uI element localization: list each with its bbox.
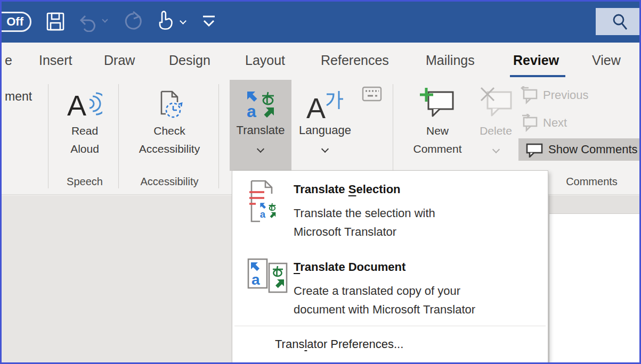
- next-comment-button[interactable]: Next: [520, 114, 567, 132]
- tab-mailings[interactable]: Mailings: [426, 53, 475, 68]
- new-comment-button[interactable]: New Comment: [404, 80, 470, 171]
- read-aloud-button[interactable]: A Read Aloud: [59, 80, 110, 171]
- tab-layout[interactable]: Layout: [245, 53, 285, 68]
- chevron-down-icon: [180, 18, 186, 24]
- read-aloud-label-line1: Read: [71, 122, 98, 140]
- new-comment-label-line2: Comment: [413, 140, 461, 158]
- keyboard-icon: [362, 86, 382, 102]
- group-label-accessibility: Accessibility: [128, 176, 211, 188]
- customize-qat-icon: [201, 14, 217, 29]
- new-comment-icon: [420, 87, 455, 122]
- chevron-down-icon: [492, 146, 499, 153]
- translate-button[interactable]: a Translate: [230, 80, 291, 171]
- word-window: Off: [0, 0, 641, 364]
- delete-label: Delete: [480, 122, 512, 140]
- search-box[interactable]: [596, 8, 641, 35]
- title-text: ator Preferences...: [307, 337, 403, 351]
- keyboard-ime-button[interactable]: [362, 86, 382, 104]
- menu-item-title: Translate Document: [294, 260, 405, 274]
- menu-item-description: Translate the selection with Microsoft T…: [294, 204, 483, 241]
- next-label: Next: [543, 116, 567, 130]
- title-text: election: [356, 183, 400, 196]
- right-pane: [549, 213, 639, 362]
- undo-button[interactable]: [76, 12, 98, 32]
- language-icon: A: [306, 89, 344, 121]
- check-accessibility-button[interactable]: Check Accessibility: [128, 80, 211, 171]
- menu-item-translate-document[interactable]: a Translate Document Create a translated…: [232, 249, 548, 323]
- delete-comment-icon: [479, 87, 513, 122]
- tab-draw[interactable]: Draw: [104, 53, 135, 68]
- language-button[interactable]: A Language: [293, 80, 357, 171]
- check-accessibility-icon: [154, 89, 185, 122]
- svg-text:a: a: [260, 209, 266, 220]
- show-comments-icon: [525, 142, 544, 158]
- group-divider: [48, 84, 48, 188]
- previous-label: Previous: [543, 88, 589, 102]
- svg-text:a: a: [247, 102, 256, 121]
- tab-review[interactable]: Review: [513, 53, 559, 68]
- redo-icon: [121, 11, 142, 32]
- undo-dropdown-button[interactable]: [103, 18, 107, 22]
- menu-item-translator-preferences[interactable]: Translator Preferences...: [275, 337, 403, 351]
- check-accessibility-label-line1: Check: [153, 122, 185, 140]
- read-aloud-icon: A: [67, 89, 102, 122]
- translate-label: Translate: [237, 121, 285, 139]
- redo-button[interactable]: [121, 11, 142, 32]
- accelerator-key: S: [348, 183, 356, 196]
- touch-mode-icon: [154, 9, 176, 34]
- show-comments-label: Show Comments: [548, 143, 638, 156]
- title-text: ranslate Document: [300, 260, 405, 274]
- group-label-speech: Speech: [59, 176, 110, 188]
- touch-mouse-mode-button[interactable]: [154, 9, 176, 34]
- touch-mode-dropdown-button[interactable]: [181, 19, 185, 23]
- save-icon: [44, 11, 67, 33]
- customize-quick-access-toolbar-button[interactable]: [201, 14, 217, 29]
- undo-icon: [76, 12, 98, 32]
- title-text: Trans: [275, 337, 304, 351]
- translate-dropdown-menu: a Translate Selection Translate the sele…: [232, 170, 548, 364]
- chevron-down-icon: [102, 16, 108, 22]
- tab-view[interactable]: View: [592, 53, 621, 68]
- menu-item-title: Translate Selection: [294, 183, 401, 196]
- previous-comment-icon: [520, 86, 539, 104]
- show-comments-button[interactable]: Show Comments: [518, 138, 641, 161]
- title-bar: Off: [2, 2, 639, 43]
- title-text: Translate: [294, 183, 348, 196]
- svg-text:A: A: [306, 92, 326, 121]
- check-accessibility-label-line2: Accessibility: [139, 140, 200, 158]
- translate-icon: a: [245, 89, 276, 121]
- translate-selection-icon: a: [245, 178, 287, 227]
- read-aloud-label-line2: Aloud: [70, 140, 99, 158]
- tab-design[interactable]: Design: [169, 53, 210, 68]
- chevron-down-icon: [321, 145, 329, 153]
- menu-item-description: Create a translated copy of your documen…: [294, 282, 507, 319]
- chevron-down-icon: [257, 145, 264, 153]
- menu-separator: [234, 326, 546, 326]
- group-divider: [393, 84, 393, 175]
- active-tab-underline: [510, 75, 565, 77]
- group-label-comments: Comments: [556, 176, 628, 188]
- right-pane-header: [549, 195, 639, 213]
- clipped-button-label: ment: [5, 89, 32, 104]
- search-icon: [611, 13, 628, 31]
- next-comment-icon: [520, 114, 539, 132]
- group-divider: [218, 84, 219, 188]
- svg-text:A: A: [67, 89, 86, 121]
- menu-item-translate-selection[interactable]: a Translate Selection Translate the sele…: [232, 171, 548, 245]
- ribbon-tab-row: e Insert Draw Design Layout References M…: [2, 43, 639, 79]
- svg-text:a: a: [251, 271, 260, 288]
- save-button[interactable]: [44, 11, 67, 33]
- tab-home-partial[interactable]: e: [5, 53, 12, 68]
- language-label: Language: [299, 121, 351, 139]
- tab-references[interactable]: References: [321, 53, 389, 68]
- tab-insert[interactable]: Insert: [39, 53, 72, 68]
- accelerator-key: T: [294, 260, 300, 274]
- autosave-state-label: Off: [6, 15, 23, 29]
- delete-comment-button[interactable]: Delete: [470, 80, 521, 171]
- new-comment-label-line1: New: [426, 122, 449, 140]
- group-divider: [118, 84, 119, 188]
- previous-comment-button[interactable]: Previous: [520, 86, 589, 104]
- autosave-toggle[interactable]: Off: [0, 12, 31, 32]
- translate-document-icon: a: [245, 256, 290, 299]
